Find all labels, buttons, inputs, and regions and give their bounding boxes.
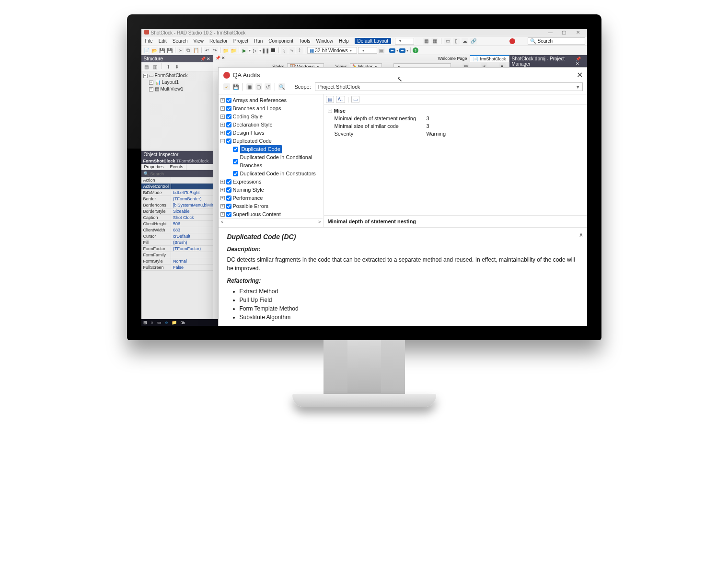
qa-category[interactable]: − Duplicated Code xyxy=(220,137,323,145)
refactor-item: Substitute Algorithm xyxy=(240,313,579,322)
qa-title: QA Audits xyxy=(233,71,260,79)
qa-category-check[interactable] xyxy=(226,196,231,201)
qa-close-button[interactable]: ✕ xyxy=(577,70,583,80)
qa-desc-h1: Description: xyxy=(227,245,579,253)
qa-icon-find[interactable]: 🔍 xyxy=(278,83,285,90)
refactor-item: Pull Up Field xyxy=(240,296,579,304)
qa-category[interactable]: + Performance xyxy=(220,194,323,202)
refactor-item: Extract Method xyxy=(240,287,579,296)
qa-prop-sort-icon[interactable]: A↓ xyxy=(336,96,346,103)
qa-icon-check[interactable]: ✓ xyxy=(223,83,230,90)
qa-audit-check[interactable] xyxy=(233,159,238,164)
qa-category-check[interactable] xyxy=(226,122,231,127)
qa-category[interactable]: + Superfluous Content xyxy=(220,210,323,219)
qa-description-panel: ∧∨ Duplicated Code (DC) Description: DC … xyxy=(219,228,587,326)
qa-audit-tree[interactable]: + Arrays and References+ Branches and Lo… xyxy=(219,94,324,227)
qa-prop-cat-icon[interactable]: ▤ xyxy=(326,96,334,103)
qa-audit-check[interactable] xyxy=(233,147,238,152)
qa-category[interactable]: + Declaration Style xyxy=(220,121,323,129)
qa-category-check[interactable] xyxy=(226,179,231,184)
qa-category[interactable]: + Naming Style xyxy=(220,186,323,194)
qa-category[interactable]: + Branches and Loops xyxy=(220,104,323,113)
qa-category-check[interactable] xyxy=(226,204,231,209)
qa-category-check[interactable] xyxy=(226,212,231,217)
scope-combo[interactable]: Project ShotClock xyxy=(315,82,583,91)
qa-audits-dialog: QA Audits ✕ ✓ 💾 ▣ ▢ ↺ 🔍 xyxy=(218,67,587,326)
qa-property-row[interactable]: SeverityWarning xyxy=(328,130,584,138)
scope-label: Scope: xyxy=(295,84,311,90)
qa-audit-item[interactable]: Duplicated Code in Constructors xyxy=(220,170,323,178)
qa-desc-title: Duplicated Code (DC) xyxy=(227,232,579,241)
qa-category[interactable]: + Coding Style xyxy=(220,113,323,121)
qa-audit-item[interactable]: Duplicated Code in Conditional Branches xyxy=(220,153,323,170)
qa-category-check[interactable] xyxy=(226,138,231,144)
qa-icon-collapse[interactable]: ▢ xyxy=(255,83,262,90)
qa-app-icon xyxy=(223,72,230,79)
qa-desc-h2: Refactoring: xyxy=(227,276,579,285)
qa-prop-page-icon[interactable]: ▭ xyxy=(351,96,359,103)
qa-category-check[interactable] xyxy=(226,106,231,111)
qa-audit-item[interactable]: Duplicated Code xyxy=(220,145,323,153)
qa-category-check[interactable] xyxy=(226,114,231,119)
qa-property-row[interactable]: Minimal depth of statement nesting3 xyxy=(328,115,584,122)
qa-title-bar: QA Audits ✕ xyxy=(219,68,587,82)
qa-icon-reset[interactable]: ↺ xyxy=(265,83,271,90)
qa-category-check[interactable] xyxy=(226,130,231,136)
qa-prop-caption: Minimal depth of statement nesting xyxy=(324,215,587,227)
qa-property-row[interactable]: Minimal size of similar code3 xyxy=(328,122,584,130)
qa-category-check[interactable] xyxy=(226,187,231,193)
qa-prop-toolbar: ▤ A↓ ▭ xyxy=(324,94,587,105)
qa-tree-hscroll[interactable]: <> xyxy=(220,219,323,225)
qa-category[interactable]: + Arrays and References xyxy=(220,96,323,104)
qa-audit-check[interactable] xyxy=(233,171,238,176)
qa-category[interactable]: + Possible Errors xyxy=(220,202,323,210)
qa-category[interactable]: + Design Flaws xyxy=(220,129,323,137)
qa-icon-save[interactable]: 💾 xyxy=(232,83,239,90)
desc-scroll-up[interactable]: ∧ xyxy=(579,230,586,239)
qa-prop-group: Misc xyxy=(334,107,346,115)
qa-icon-expand[interactable]: ▣ xyxy=(246,83,253,90)
refactor-item: Form Template Method xyxy=(240,304,579,313)
qa-desc-body: DC detects similar fragments in the code… xyxy=(227,255,579,273)
qa-category[interactable]: + Expressions xyxy=(220,178,323,186)
qa-category-check[interactable] xyxy=(226,98,231,103)
